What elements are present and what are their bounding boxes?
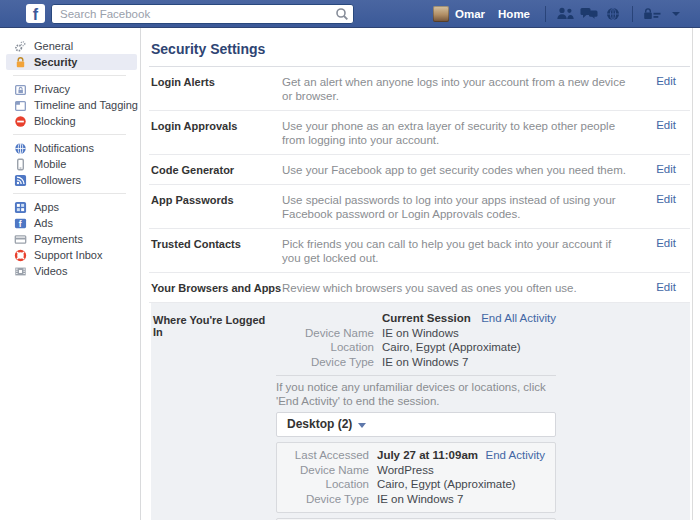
setting-row-code-generator: Code Generator Use your Facebook app to …: [149, 155, 690, 185]
sidebar-item-apps[interactable]: Apps: [6, 199, 137, 215]
sidebar-item-privacy[interactable]: Privacy: [6, 81, 137, 97]
sidebar-item-label: Blocking: [34, 115, 76, 127]
setting-description: Use special passwords to log into your a…: [282, 193, 648, 221]
sidebar-item-videos[interactable]: Videos: [6, 263, 137, 279]
search-icon[interactable]: [335, 7, 349, 21]
field-value: July 27 at 11:09am: [377, 448, 478, 463]
setting-label: Login Approvals: [151, 119, 282, 132]
current-session-block: Current Session End All Activity Device …: [276, 311, 556, 369]
gears-icon: [13, 39, 27, 53]
sidebar-item-blocking[interactable]: Blocking: [6, 113, 137, 129]
account-menu-caret-icon[interactable]: [664, 4, 688, 24]
edit-login-approvals-link[interactable]: Edit: [648, 119, 690, 131]
apps-grid-icon: [13, 200, 27, 214]
edit-trusted-contacts-link[interactable]: Edit: [648, 237, 690, 249]
sidebar-divider: [13, 193, 126, 194]
sidebar-item-label: Notifications: [34, 142, 94, 154]
edit-your-browsers-and-apps-link[interactable]: Edit: [648, 281, 690, 293]
globe-icon: [13, 141, 27, 155]
privacy-shortcuts-icon[interactable]: [640, 4, 664, 24]
sidebar-item-followers[interactable]: Followers: [6, 172, 137, 188]
sidebar-item-security[interactable]: Security: [6, 54, 137, 70]
device-group-label: Desktop (2): [287, 417, 352, 431]
credit-card-icon: [13, 232, 27, 246]
setting-row-your-browsers-and-apps: Your Browsers and Apps Review which brow…: [149, 273, 690, 303]
setting-label: Code Generator: [151, 163, 282, 176]
setting-row-app-passwords: App Passwords Use special passwords to l…: [149, 185, 690, 229]
avatar[interactable]: [433, 6, 449, 22]
messages-icon[interactable]: [577, 4, 601, 24]
sidebar-item-timeline-and-tagging[interactable]: Timeline and Tagging: [6, 97, 137, 113]
end-activity-note: If you notice any unfamiliar devices or …: [276, 381, 552, 408]
edit-app-passwords-link[interactable]: Edit: [648, 193, 690, 205]
nav-divider: [545, 6, 546, 22]
field-value: Cairo, Egypt (Approximate): [382, 340, 521, 355]
top-nav-bar: f Omar Home: [0, 0, 700, 28]
field-value: IE on Windows 7: [382, 355, 468, 370]
search-bar[interactable]: [51, 4, 354, 24]
session-divider: [276, 375, 556, 376]
sidebar-item-label: Ads: [34, 217, 53, 229]
sidebar-item-label: Mobile: [34, 158, 66, 170]
sidebar-item-label: General: [34, 40, 73, 52]
facebook-logo[interactable]: f: [26, 4, 45, 23]
setting-row-login-approvals: Login Approvals Use your phone as an ext…: [149, 111, 690, 155]
svg-text:f: f: [18, 218, 21, 228]
field-value: IE on Windows: [382, 326, 459, 341]
sidebar-item-label: Privacy: [34, 83, 70, 95]
setting-row-trusted-contacts: Trusted Contacts Pick friends you can ca…: [149, 229, 690, 273]
where-logged-in-section: Where You're Logged In Current Session E…: [151, 303, 690, 520]
sidebar-item-label: Apps: [34, 201, 59, 213]
settings-sidebar: General Security Privacy Timeline and Ta…: [0, 28, 141, 520]
sessions-column: Current Session End All Activity Device …: [276, 311, 556, 520]
sidebar-divider: [13, 134, 126, 135]
sidebar-item-label: Followers: [34, 174, 81, 186]
section-label: Where You're Logged In: [151, 311, 276, 520]
setting-description: Pick friends you can call to help you ge…: [282, 237, 648, 265]
chevron-down-icon: [358, 423, 366, 428]
field-label: Location: [276, 340, 382, 355]
device-group-desktop[interactable]: Desktop (2): [276, 412, 556, 437]
field-label: Location: [277, 477, 377, 492]
page-body: General Security Privacy Timeline and Ta…: [0, 28, 700, 520]
end-all-activity-link[interactable]: End All Activity: [481, 311, 556, 326]
sidebar-item-mobile[interactable]: Mobile: [6, 156, 137, 172]
sidebar-item-label: Timeline and Tagging: [34, 99, 138, 111]
rss-icon: [13, 173, 27, 187]
search-input[interactable]: [51, 4, 354, 24]
sidebar-item-support-inbox[interactable]: Support Inbox: [6, 247, 137, 263]
field-label: Last Accessed: [277, 448, 377, 463]
settings-content: Security Settings Login Alerts Get an al…: [141, 28, 700, 520]
edit-login-alerts-link[interactable]: Edit: [648, 75, 690, 87]
setting-label: Login Alerts: [151, 75, 282, 88]
field-label: Device Type: [277, 492, 377, 507]
notifications-icon[interactable]: [601, 4, 625, 24]
nav-right-cluster: Omar Home: [433, 4, 688, 24]
session-card: Last Accessed July 27 at 11:09am End Act…: [276, 442, 556, 513]
setting-label: Trusted Contacts: [151, 237, 282, 250]
setting-row-login-alerts: Login Alerts Get an alert when anyone lo…: [149, 67, 690, 111]
setting-label: App Passwords: [151, 193, 282, 206]
sidebar-item-label: Videos: [34, 265, 67, 277]
privacy-lock-icon: [13, 82, 27, 96]
field-value: Cairo, Egypt (Approximate): [377, 477, 516, 492]
profile-link[interactable]: Omar: [455, 8, 485, 20]
phone-icon: [13, 157, 27, 171]
facebook-security-settings-page: f Omar Home: [0, 0, 700, 520]
sidebar-item-payments[interactable]: Payments: [6, 231, 137, 247]
friend-requests-icon[interactable]: [553, 4, 577, 24]
page-title: Security Settings: [151, 41, 690, 57]
edit-code-generator-link[interactable]: Edit: [648, 163, 690, 175]
end-activity-link[interactable]: End Activity: [486, 448, 545, 463]
blocking-icon: [13, 114, 27, 128]
field-label: Device Name: [277, 463, 377, 478]
sidebar-item-notifications[interactable]: Notifications: [6, 140, 137, 156]
sidebar-item-ads[interactable]: f Ads: [6, 215, 137, 231]
field-label: Device Type: [276, 355, 382, 370]
sidebar-item-label: Support Inbox: [34, 249, 103, 261]
setting-description: Use your phone as an extra layer of secu…: [282, 119, 648, 147]
lock-icon: [13, 55, 27, 69]
sidebar-item-general[interactable]: General: [6, 38, 137, 54]
home-link[interactable]: Home: [498, 8, 530, 20]
setting-description: Use your Facebook app to get security co…: [282, 163, 648, 177]
